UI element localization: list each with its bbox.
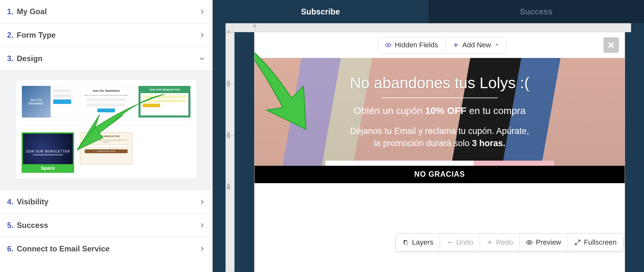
close-button[interactable] bbox=[603, 37, 619, 53]
thumb2-title: Join Our Newsletter bbox=[92, 89, 120, 92]
step-label: Design bbox=[17, 54, 43, 63]
design-panel: Join OurNewsletter Join Our Newsletter S… bbox=[0, 70, 212, 190]
theme-thumb-1[interactable]: Join OurNewsletter bbox=[22, 86, 74, 118]
svg-line-12 bbox=[578, 240, 580, 242]
ruler-horizontal: 0 bbox=[232, 23, 631, 32]
chevron-right-icon bbox=[199, 199, 205, 205]
step-label: Visibility bbox=[17, 197, 48, 206]
plus-icon bbox=[486, 239, 493, 246]
add-new-button[interactable]: Add New bbox=[445, 37, 506, 53]
step-form-type[interactable]: 2.Form Type bbox=[0, 23, 212, 47]
chevron-right-icon bbox=[199, 246, 205, 252]
plus-icon bbox=[453, 42, 459, 48]
step-connect-email[interactable]: 6.Connect to Email Service bbox=[0, 237, 212, 260]
layers-button[interactable]: Layers bbox=[396, 234, 440, 251]
theme-thumb-3[interactable]: JOIN OUR NEWSLETTER bbox=[138, 86, 191, 118]
step-num: 3. bbox=[7, 54, 14, 63]
eye-icon bbox=[385, 42, 391, 48]
step-label: Connect to Email Service bbox=[17, 244, 110, 253]
chevron-right-icon bbox=[199, 32, 205, 38]
step-my-goal[interactable]: 1.My Goal bbox=[0, 0, 212, 23]
step-num: 2. bbox=[7, 31, 14, 39]
canvas-wrap: 0 100 200 300 0 Hidden Fields bbox=[213, 23, 644, 272]
chevron-right-icon bbox=[199, 222, 205, 229]
selected-theme-label: Space bbox=[23, 164, 73, 172]
theme-thumb-space[interactable]: JOIN OUR NEWSLETTER Space bbox=[22, 132, 74, 173]
editor-tabs: Subscribe Success bbox=[213, 0, 644, 23]
canvas-top-toolbar: Hidden Fields Add New bbox=[255, 32, 625, 58]
redo-label: Redo bbox=[496, 238, 513, 247]
divider bbox=[382, 98, 498, 98]
preview-label: Preview bbox=[536, 238, 561, 247]
popup-headline: No abandones tus Lolys :( bbox=[350, 74, 530, 92]
thumb4-title: JOIN OUR NEWSLETTER bbox=[26, 150, 70, 153]
step-visibility[interactable]: 4.Visibility bbox=[0, 190, 212, 213]
layers-icon bbox=[402, 239, 409, 246]
sidebar: 1.My Goal 2.Form Type 3.Design Join OurN… bbox=[0, 0, 213, 272]
tab-subscribe[interactable]: Subscribe bbox=[213, 0, 428, 23]
hidden-fields-label: Hidden Fields bbox=[395, 41, 438, 49]
undo-button[interactable]: Undo bbox=[440, 234, 480, 251]
expand-icon bbox=[574, 239, 581, 246]
layers-label: Layers bbox=[412, 238, 433, 247]
decline-bar[interactable]: NO GRACIAS bbox=[255, 166, 625, 183]
step-num: 4. bbox=[7, 197, 14, 206]
main-editor: Subscribe Success 0 100 200 300 0 Hidden… bbox=[213, 0, 644, 272]
popup-subline: Obtén un cupón 10% OFF en tu compra bbox=[354, 105, 526, 116]
bottom-toolbar: Layers Undo Redo Preview bbox=[396, 233, 623, 251]
caret-down-icon bbox=[494, 41, 499, 49]
theme-thumb-5[interactable]: JOIN OUR NEWSLETTER Sign up today for fr… bbox=[80, 132, 132, 164]
preview-button[interactable]: Preview bbox=[519, 234, 567, 251]
svg-point-11 bbox=[529, 242, 530, 243]
add-new-label: Add New bbox=[462, 41, 491, 49]
svg-point-1 bbox=[388, 44, 389, 46]
theme-thumb-2[interactable]: Join Our Newsletter Sign up today for fr… bbox=[80, 86, 132, 118]
step-num: 1. bbox=[7, 7, 14, 16]
thumb5-btn: SUBSCRIBE NOW bbox=[85, 149, 128, 153]
step-label: Form Type bbox=[17, 31, 56, 39]
top-segment: Hidden Fields Add New bbox=[378, 37, 507, 53]
tab-success[interactable]: Success bbox=[428, 0, 644, 23]
step-success[interactable]: 5.Success bbox=[0, 213, 212, 237]
step-design[interactable]: 3.Design bbox=[0, 47, 212, 70]
step-num: 6. bbox=[7, 244, 14, 253]
eye-icon bbox=[526, 239, 533, 246]
thumb5-title: JOIN OUR NEWSLETTER bbox=[92, 135, 120, 137]
minus-icon bbox=[447, 239, 453, 246]
theme-card: Join OurNewsletter Join Our Newsletter S… bbox=[15, 80, 197, 179]
popup-body: Déjanos tu Email y reclama tu cupón. Apú… bbox=[350, 125, 529, 150]
fullscreen-label: Fullscreen bbox=[584, 238, 617, 247]
chevron-down-icon bbox=[199, 55, 205, 62]
step-label: My Goal bbox=[17, 7, 47, 16]
svg-line-13 bbox=[575, 243, 577, 245]
undo-label: Undo bbox=[456, 238, 473, 247]
svg-rect-7 bbox=[405, 241, 408, 245]
step-label: Success bbox=[17, 221, 48, 230]
thumb3-title: JOIN OUR NEWSLETTER bbox=[139, 86, 190, 93]
redo-button[interactable]: Redo bbox=[480, 234, 520, 251]
hidden-fields-button[interactable]: Hidden Fields bbox=[378, 37, 445, 53]
chevron-right-icon bbox=[199, 8, 205, 15]
thumb-separator bbox=[22, 125, 191, 125]
popup-hero[interactable]: No abandones tus Lolys :( Obtén un cupón… bbox=[255, 58, 625, 183]
ruler-vertical: 0 100 200 300 bbox=[226, 23, 235, 272]
step-num: 5. bbox=[7, 221, 14, 230]
fullscreen-button[interactable]: Fullscreen bbox=[568, 234, 623, 251]
